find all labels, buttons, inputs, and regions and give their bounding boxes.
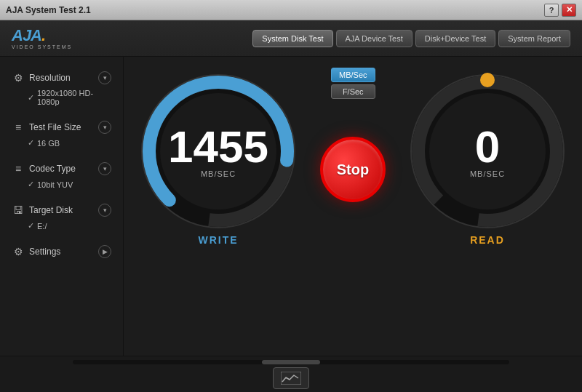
main-area: MB/Sec F/Sec	[124, 57, 582, 356]
help-button[interactable]: ?	[544, 4, 559, 17]
sidebar-section-filesize: ≡ Test File Size ▾ ✓ 16 GB	[0, 113, 123, 155]
disk-chevron[interactable]: ▾	[98, 204, 111, 217]
read-gauge-unit: MB/SEC	[470, 169, 505, 178]
sidebar-item-filesize[interactable]: ≡ Test File Size ▾	[7, 118, 116, 137]
sidebar-item-disk[interactable]: 🖫 Target Disk ▾	[7, 201, 116, 220]
graph-icon	[281, 372, 301, 385]
bottom-inner	[0, 360, 582, 389]
read-gauge: 0 MB/SEC READ	[407, 71, 567, 246]
sidebar-section-disk: 🖫 Target Disk ▾ ✓ E:/	[0, 196, 123, 238]
logo: AJA.	[12, 28, 72, 44]
read-gauge-label: READ	[470, 234, 505, 246]
write-gauge-svg-wrap: 1455 MB/SEC	[138, 71, 298, 231]
sidebar-item-resolution[interactable]: ⚙ Resolution ▾	[7, 68, 116, 87]
tab-system-disk-test[interactable]: System Disk Test	[252, 30, 332, 47]
app-body: AJA. VIDEO SYSTEMS System Disk Test AJA …	[0, 20, 582, 392]
codec-icon: ≡	[12, 162, 25, 175]
filesize-value: 16 GB	[37, 139, 60, 148]
mbsec-button[interactable]: MB/Sec	[331, 68, 375, 82]
title-bar-controls: ? ✕	[544, 4, 576, 17]
tab-system-report[interactable]: System Report	[498, 30, 570, 47]
tab-aja-device-test[interactable]: AJA Device Test	[336, 30, 412, 47]
filesize-check: ✓	[28, 138, 34, 148]
disk-icon: 🖫	[12, 204, 25, 217]
tab-disk-device-test[interactable]: Disk+Device Test	[415, 30, 495, 47]
resolution-chevron[interactable]: ▾	[98, 71, 111, 84]
sidebar-item-settings[interactable]: ⚙ Settings ▶	[7, 242, 116, 261]
filesize-chevron[interactable]: ▾	[98, 121, 111, 134]
graph-button[interactable]	[273, 367, 309, 389]
filesize-value-row: ✓ 16 GB	[7, 137, 116, 151]
write-gauge-label: WRITE	[198, 234, 238, 246]
codec-chevron[interactable]: ▾	[98, 162, 111, 175]
scrollbar-track[interactable]	[73, 360, 509, 364]
unit-buttons: MB/Sec F/Sec	[331, 68, 375, 99]
content: ⚙ Resolution ▾ ✓ 1920x1080 HD-1080p ≡ Te…	[0, 57, 582, 356]
stop-button-wrap: Stop	[320, 137, 386, 202]
write-gauge: 1455 MB/SEC WRITE	[138, 71, 298, 246]
settings-icon: ⚙	[12, 245, 25, 258]
bottom-bar	[0, 356, 582, 392]
logo-dot: .	[41, 26, 45, 44]
disk-value-row: ✓ E:/	[7, 220, 116, 233]
resolution-check: ✓	[28, 93, 34, 103]
read-gauge-svg-wrap: 0 MB/SEC	[407, 71, 567, 231]
stop-button[interactable]: Stop	[320, 137, 386, 202]
sidebar-section-resolution: ⚙ Resolution ▾ ✓ 1920x1080 HD-1080p	[0, 64, 123, 113]
read-gauge-number: 0	[470, 124, 505, 169]
resolution-icon: ⚙	[12, 71, 25, 84]
settings-chevron[interactable]: ▶	[98, 245, 111, 258]
filesize-label: Test File Size	[29, 122, 81, 132]
nav-tabs: System Disk Test AJA Device Test Disk+De…	[252, 30, 570, 47]
write-gauge-number: 1455	[168, 124, 268, 169]
close-button[interactable]: ✕	[562, 4, 576, 17]
filesize-icon: ≡	[12, 121, 25, 134]
settings-label: Settings	[29, 247, 60, 257]
resolution-value-row: ✓ 1920x1080 HD-1080p	[7, 87, 116, 109]
resolution-label: Resolution	[29, 73, 71, 83]
codec-value-row: ✓ 10bit YUV	[7, 178, 116, 192]
scrollbar-thumb	[262, 360, 320, 364]
sidebar: ⚙ Resolution ▾ ✓ 1920x1080 HD-1080p ≡ Te…	[0, 57, 124, 356]
codec-check: ✓	[28, 180, 34, 189]
read-gauge-value: 0 MB/SEC	[470, 124, 505, 178]
write-gauge-value: 1455 MB/SEC	[168, 124, 268, 178]
disk-check: ✓	[28, 221, 34, 231]
codec-label: Codec Type	[29, 164, 76, 174]
svg-point-7	[480, 73, 495, 87]
window-title: AJA System Test 2.1	[6, 5, 91, 15]
disk-label: Target Disk	[29, 205, 73, 215]
sidebar-section-codec: ≡ Codec Type ▾ ✓ 10bit YUV	[0, 155, 123, 196]
sidebar-item-codec[interactable]: ≡ Codec Type ▾	[7, 159, 116, 178]
logo-area: AJA. VIDEO SYSTEMS	[12, 28, 72, 49]
resolution-value: 1920x1080 HD-1080p	[37, 89, 110, 106]
title-bar: AJA System Test 2.1 ? ✕	[0, 0, 582, 20]
fsec-button[interactable]: F/Sec	[331, 84, 375, 99]
disk-value: E:/	[37, 222, 47, 231]
logo-subtitle: VIDEO SYSTEMS	[12, 44, 72, 49]
codec-value: 10bit YUV	[37, 180, 73, 189]
header: AJA. VIDEO SYSTEMS System Disk Test AJA …	[0, 20, 582, 57]
logo-text: AJA	[12, 26, 41, 44]
sidebar-section-settings: ⚙ Settings ▶	[0, 238, 123, 265]
